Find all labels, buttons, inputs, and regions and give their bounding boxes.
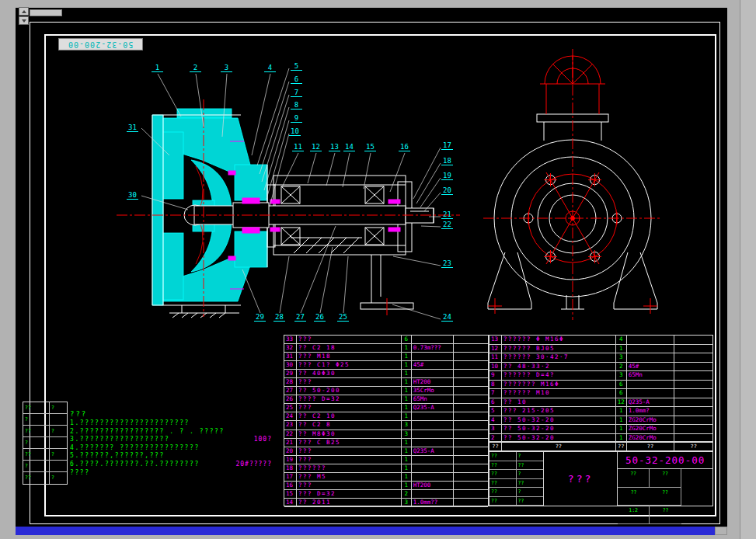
bom-col-number: 23 <box>284 421 297 429</box>
title-block-info-cell: ?? <box>650 488 681 506</box>
bom-col-material <box>627 389 675 398</box>
part-callout[interactable]: 1 <box>152 64 163 72</box>
bom-col-note <box>454 395 488 403</box>
bom-col-number: 17 <box>284 473 297 481</box>
bom-col-note <box>674 425 712 433</box>
bom-col-qty: 1 <box>616 407 627 416</box>
bom-row: 17 ??? M5 1 <box>284 473 488 482</box>
bom-col-material <box>412 490 455 498</box>
title-block-info-cell: ?? <box>618 488 650 506</box>
bom-row: 11 ?????? 30·42·7 3 <box>489 353 712 363</box>
bom-col-note <box>454 344 488 352</box>
horizontal-scrollbar[interactable] <box>16 527 715 535</box>
bom-col-qty: 1 <box>402 412 412 420</box>
part-callout[interactable]: 3 <box>221 64 232 72</box>
part-callout[interactable]: 6 <box>291 75 302 84</box>
part-callout[interactable]: 14 <box>343 143 355 151</box>
part-callout[interactable]: 8 <box>291 101 302 110</box>
bom-col-name: ??? <box>297 404 402 412</box>
revision-row: ? <box>23 461 67 472</box>
bom-col-note <box>454 378 488 386</box>
part-callout[interactable]: 17 <box>441 141 453 150</box>
bom-col-number: 5 <box>489 407 502 416</box>
bom-table-right: 13 ?????? Φ M16Φ 4 12 ?????? BJ05 1 11 ?… <box>489 335 713 442</box>
bom-col-qty: 3 <box>616 371 627 380</box>
part-callout[interactable]: 4 <box>264 64 276 72</box>
part-callout[interactable]: 7 <box>291 89 302 97</box>
bom-col-number: 7 <box>489 389 502 398</box>
note-text: 6.????.???????.??.???????? <box>70 461 200 469</box>
part-callout[interactable]: 22 <box>441 221 453 229</box>
part-callout[interactable]: 27 <box>294 313 306 322</box>
part-callout[interactable]: 21 <box>441 210 453 219</box>
bom-col-number: 14 <box>284 499 297 506</box>
signature-row: ?? ? <box>489 452 543 461</box>
bom-col-qty: 1 <box>616 434 627 443</box>
bom-col-material <box>412 439 455 447</box>
part-callout[interactable]: 15 <box>364 143 376 151</box>
revision-row: ?? ? <box>23 426 67 437</box>
bom-col-number: 31 <box>284 353 297 360</box>
part-callout[interactable]: 26 <box>314 313 326 322</box>
part-callout[interactable]: 24 <box>441 313 453 322</box>
bom-col-name: ?? 50-200 <box>297 387 402 395</box>
part-callout[interactable]: 9 <box>291 114 302 123</box>
bom-row: 6 ?? 10 12 Q235-A <box>489 398 712 408</box>
bom-col-number: 3 <box>489 425 502 433</box>
part-callout[interactable]: 2 <box>190 64 201 72</box>
bom-col-number: 28 <box>284 378 297 386</box>
signature-row: ?? ?? <box>489 461 543 471</box>
part-callout[interactable]: 31 <box>127 123 138 132</box>
bom-col-note <box>454 361 488 369</box>
bom-col-number: 4 <box>489 416 502 425</box>
bom-col-name: ??? <box>297 378 402 386</box>
bom-col-material: Q235-A <box>412 404 455 412</box>
signature-cell: ?? <box>489 452 517 461</box>
scrollbar-track[interactable] <box>30 9 62 16</box>
bom-row: 31 ??? M18 1 <box>284 353 488 361</box>
part-callout[interactable]: 30 <box>127 191 138 200</box>
bom-col-note <box>454 387 488 395</box>
bom-col-material: Q235-A <box>412 447 455 455</box>
bom-col-qty: 3 <box>402 430 412 438</box>
bom-col-number: 16 <box>284 482 297 489</box>
bom-col-name: ??? D=32 <box>297 490 402 498</box>
part-callout[interactable]: 25 <box>337 313 349 322</box>
revision-cell: ? <box>50 472 67 484</box>
bom-row: 12 ?????? BJ05 1 <box>489 345 712 354</box>
part-callout[interactable]: 5 <box>291 62 302 71</box>
part-callout[interactable]: 10 <box>289 127 301 136</box>
revision-cell: ? <box>23 414 50 425</box>
bom-col-note <box>674 416 712 425</box>
bom-col-material <box>412 456 455 464</box>
bom-col-name: ??? 215·205 <box>502 407 616 416</box>
bom-col-material <box>627 336 675 344</box>
part-callout[interactable]: 23 <box>441 259 453 268</box>
bom-row: 10 ?? 48·33·2 2 45# <box>489 363 712 372</box>
bom-col-name: ?? 10 <box>502 398 616 407</box>
bom-row: 29 ?? 40Φ30 1 <box>284 370 488 378</box>
bom-col-name: ??? <box>297 456 402 464</box>
scroll-down-button[interactable] <box>19 16 29 25</box>
part-callout[interactable]: 11 <box>292 143 304 151</box>
part-callout[interactable]: 29 <box>254 313 266 322</box>
revision-row: ?? ? <box>23 449 67 461</box>
part-callout[interactable]: 18 <box>441 157 453 165</box>
part-callout[interactable]: 16 <box>399 143 410 151</box>
bom-col-material: 45# <box>627 363 675 371</box>
bom-header-cell: ?? <box>627 443 675 450</box>
scroll-up-button[interactable] <box>19 7 29 16</box>
part-callout[interactable]: 28 <box>273 313 285 322</box>
bom-col-number: 19 <box>284 456 297 464</box>
bom-row: 25 ??? 1 Q235-A <box>284 404 488 412</box>
signature-row: ?? ? <box>489 470 543 479</box>
bom-col-qty: 6 <box>616 381 627 389</box>
signature-cell: ?? <box>517 479 544 488</box>
part-callout[interactable]: 19 <box>441 172 453 180</box>
part-callout[interactable]: 13 <box>329 143 340 151</box>
part-callout[interactable]: 20 <box>441 186 453 195</box>
bom-col-note <box>674 398 712 407</box>
bom-col-material <box>412 336 455 343</box>
revision-strip: ?? ? ? ?? ? ? ?? ? ? <box>23 402 68 485</box>
part-callout[interactable]: 12 <box>310 143 322 151</box>
